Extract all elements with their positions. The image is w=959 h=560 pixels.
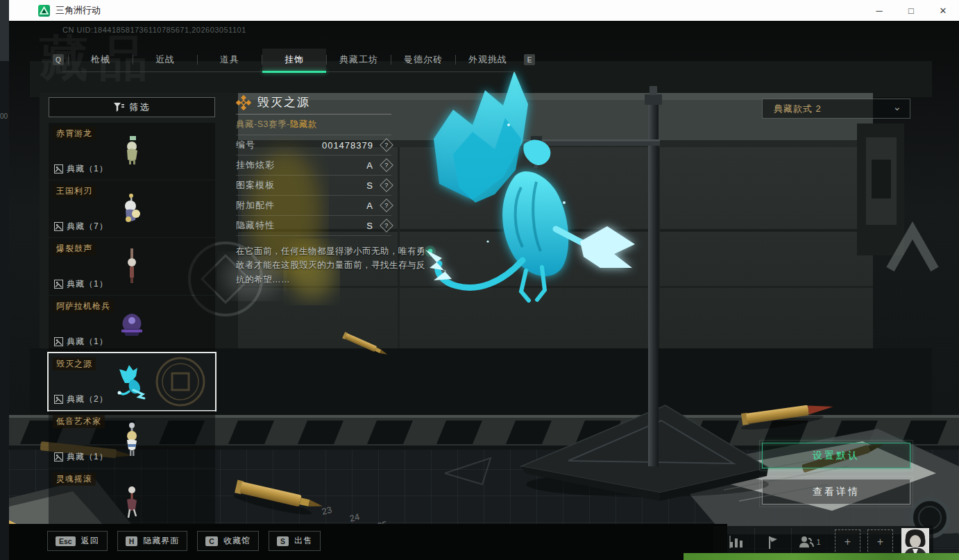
charm-thumbnail (123, 484, 141, 523)
help-icon[interactable]: ? (380, 138, 393, 152)
list-item-source-of-destruction[interactable]: 毁灭之源 (49, 353, 215, 410)
list-item-asara-gunner[interactable]: 阿萨拉机枪兵 典藏（1） (49, 296, 215, 353)
uid-text: CN UID:184418581736110785671,20260305110… (62, 26, 246, 34)
detail-row-extra-accessory: 附加配件 A ? (236, 196, 391, 216)
friends-icon (799, 536, 814, 548)
tab-charms[interactable]: 挂饰 (262, 49, 326, 71)
charm-edition: 典藏-S3赛季-隐藏款 (236, 114, 391, 135)
h-key-chip: H (126, 536, 138, 546)
collection-count: 典藏（1） (67, 278, 108, 290)
tab-appearance-challenge[interactable]: 外观挑战 (456, 49, 520, 71)
detail-row-serial: 编号 001478379 ? (236, 135, 391, 155)
friends-button[interactable]: 1 (791, 528, 828, 556)
help-icon[interactable]: ? (380, 178, 393, 192)
collection-chip-icon (54, 452, 63, 461)
collection-chip-icon (54, 280, 63, 289)
help-icon[interactable]: ? (380, 219, 393, 232)
filter-button[interactable]: 筛选 (49, 97, 215, 117)
list-item-bass-artist[interactable]: 低音艺术家 典藏（1） (49, 411, 215, 468)
desktop-edge-photo (0, 0, 9, 61)
charm-title: 毁灭之源 (257, 94, 310, 110)
collection-count: 典藏（1） (67, 336, 108, 348)
collection-emblem-watermark (153, 355, 208, 408)
esc-key-chip: Esc (56, 536, 76, 546)
empty-slot-add-button[interactable]: + (867, 529, 893, 555)
title-bar: 三角洲行动 ─ □ ✕ (9, 0, 959, 21)
hide-ui-button[interactable]: H 隐藏界面 (117, 531, 188, 551)
sell-button[interactable]: S 出售 (269, 531, 321, 551)
tab-collection-workshop[interactable]: 典藏工坊 (327, 49, 391, 71)
style-dropdown-value: 典藏款式 2 (774, 103, 892, 115)
collection-count: 典藏（1） (67, 451, 108, 463)
window-controls: ─ □ ✕ (863, 0, 959, 21)
player-avatar[interactable] (901, 528, 929, 556)
desktop-edge-strip: 00 (0, 0, 9, 560)
minimize-button[interactable]: ─ (863, 0, 895, 21)
list-item-chixiao-dragon[interactable]: 赤霄游龙 典藏（1） (49, 123, 215, 180)
charm-thumbnail (122, 421, 142, 457)
collection-chip-icon (54, 222, 63, 231)
collection-chip-icon (54, 164, 63, 173)
charm-sidebar: 筛选 赤霄游龙 典藏（1） (49, 97, 215, 526)
charm-thumbnail (126, 248, 137, 285)
tab-weapons[interactable]: 枪械 (69, 49, 133, 71)
filter-icon (114, 103, 124, 112)
tab-next-key[interactable]: E (524, 54, 535, 65)
window-title: 三角洲行动 (56, 4, 101, 17)
list-item-soul-rock[interactable]: 灵魂摇滚 (49, 468, 215, 525)
collection-chip-icon (54, 337, 63, 346)
help-icon[interactable]: ? (380, 198, 393, 212)
report-button[interactable] (754, 528, 791, 556)
view-details-button[interactable]: 查看详情 (762, 479, 910, 504)
friends-count: 1 (816, 538, 820, 546)
charm-thumbnail (120, 192, 144, 226)
empty-slot-add-button[interactable]: + (835, 529, 860, 555)
flag-icon (767, 536, 779, 549)
maximize-button[interactable]: □ (895, 0, 927, 21)
set-default-button[interactable]: 设置默认 (762, 443, 910, 468)
c-key-chip: C (205, 536, 218, 546)
charm-thumbnail (121, 136, 142, 167)
charm-thumbnail (117, 308, 146, 340)
help-icon[interactable]: ? (380, 158, 393, 172)
collection-chip-icon (54, 395, 63, 404)
s-key-chip: S (277, 536, 289, 546)
style-dropdown[interactable]: 典藏款式 2 ⌄ (762, 99, 910, 119)
detail-row-pattern-template: 图案模板 S ? (236, 176, 391, 196)
shortcut-hints: Esc 返回 H 隐藏界面 C 收藏馆 S 出售 (47, 531, 321, 551)
charm-description: 在它面前，任何生物都显得渺小而无助，唯有勇敢者才能在这股毁灭的力量面前，寻找生存… (236, 244, 427, 287)
list-item-kingdom-blade[interactable]: 王国利刃 典藏（7） (49, 180, 215, 237)
tab-melee[interactable]: 近战 (133, 49, 197, 71)
back-button[interactable]: Esc 返回 (47, 531, 108, 551)
collection-hall-button[interactable]: C 收藏馆 (197, 531, 259, 551)
filter-label: 筛选 (130, 101, 151, 114)
collection-count: 典藏（7） (67, 221, 108, 232)
tab-prev-key[interactable]: Q (53, 54, 64, 65)
close-button[interactable]: ✕ (927, 0, 959, 21)
avatar-portrait (901, 528, 929, 556)
tab-mandel-brick[interactable]: 曼德尔砖 (391, 49, 455, 71)
tab-props[interactable]: 道具 (198, 49, 262, 71)
charm-detail-panel: 毁灭之源 典藏-S3赛季-隐藏款 编号 001478379 ? 挂饰炫彩 A ?… (236, 94, 391, 287)
app-logo-icon (38, 5, 50, 17)
charm-rarity-icon (236, 95, 251, 110)
stats-button[interactable] (718, 528, 754, 556)
collection-count: 典藏（1） (67, 163, 108, 175)
charm-list: 赤霄游龙 典藏（1） 王国利刃 (49, 123, 215, 525)
category-tabbar: Q 枪械 近战 道具 挂饰 典藏工坊 曼德尔砖 外观挑战 E (49, 47, 539, 72)
app-window: 00 三角洲行动 ─ □ ✕ (0, 0, 959, 560)
game-viewport: 23 24 25 (9, 21, 959, 560)
desktop-edge-text: 00 (0, 112, 8, 120)
charm-thumbnail (112, 362, 151, 401)
desktop-wallpaper-strip (684, 553, 959, 560)
list-item-burst-drumbeat[interactable]: 爆裂鼓声 典藏（1） (49, 238, 215, 295)
collection-count: 典藏（2） (67, 393, 108, 405)
detail-row-hidden-trait: 隐藏特性 S ? (236, 216, 391, 236)
bar-chart-icon (729, 536, 743, 548)
detail-row-charm-colorway: 挂饰炫彩 A ? (236, 155, 391, 176)
